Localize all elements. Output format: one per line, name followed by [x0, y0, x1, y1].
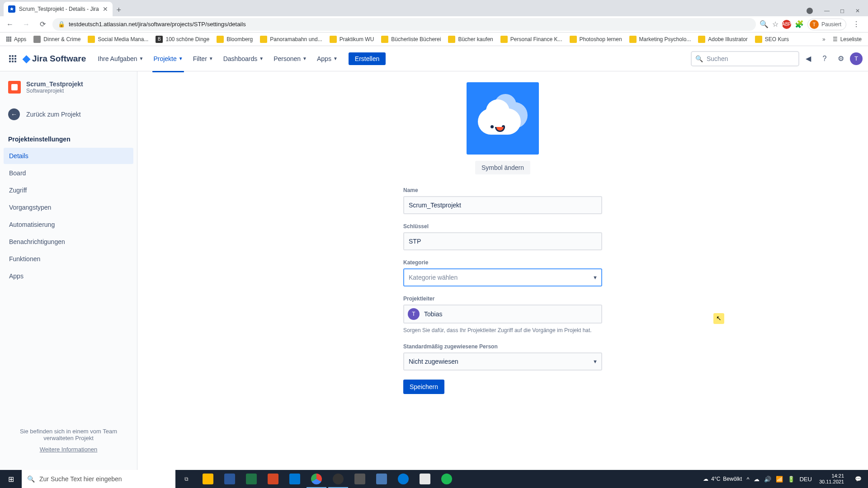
taskbar-app-generic[interactable]: [371, 470, 392, 488]
address-bar[interactable]: 🔒 testdeutsch1.atlassian.net/jira/softwa…: [52, 18, 756, 31]
tray-chevron-icon[interactable]: ^: [746, 476, 749, 483]
clock-time: 14:21: [819, 473, 844, 479]
bookmark-item[interactable]: Adobe Illustrator: [695, 34, 750, 45]
taskbar-app-spotify[interactable]: [436, 470, 458, 488]
tray-wifi-icon[interactable]: 📶: [776, 476, 783, 483]
tray-battery-icon[interactable]: 🔋: [788, 476, 795, 483]
bookmark-item[interactable]: Marketing Psycholo...: [627, 34, 694, 45]
bookmark-item[interactable]: Social Media Mana...: [85, 34, 151, 45]
app-switcher-icon: [9, 55, 16, 62]
lead-select[interactable]: T Tobias: [403, 305, 602, 324]
sidebar-item-board[interactable]: Board: [4, 165, 133, 181]
sidebar-item-notifications[interactable]: Benachrichtigungen: [4, 234, 133, 250]
nav-projects[interactable]: Projekte▼: [150, 52, 186, 65]
notifications-icon[interactable]: ◀: [801, 52, 816, 66]
jira-favicon: [8, 5, 15, 13]
zoom-icon[interactable]: 🔍: [760, 20, 769, 28]
bookmark-item[interactable]: B100 schöne Dinge: [153, 34, 212, 45]
assignee-select[interactable]: Nicht zugewiesen: [403, 352, 602, 371]
profile-status: Pausiert: [821, 21, 841, 28]
bookmark-item[interactable]: Photoshop lernen: [567, 34, 625, 45]
tab-close-icon[interactable]: ✕: [103, 5, 108, 13]
back-to-project-link[interactable]: ← Zurück zum Projekt: [4, 104, 133, 125]
save-button[interactable]: Speichern: [403, 380, 444, 394]
jira-logo[interactable]: ◆ Jira Software: [23, 53, 86, 65]
lead-label: Projektleiter: [403, 296, 602, 302]
reading-list-button[interactable]: ☰Leseliste: [830, 34, 864, 44]
bookmark-star-icon[interactable]: ☆: [772, 20, 778, 28]
bookmark-item[interactable]: Bücher kaufen: [445, 34, 495, 45]
nav-reload-button[interactable]: ⟳: [36, 18, 49, 31]
bookmark-item[interactable]: Panoramabahn und...: [257, 34, 325, 45]
sidebar-item-automation[interactable]: Automatisierung: [4, 216, 133, 233]
bookmark-overflow-icon[interactable]: »: [820, 36, 828, 42]
taskbar-app-word[interactable]: [219, 470, 241, 488]
search-icon: 🔍: [695, 55, 703, 62]
nav-apps[interactable]: Apps▼: [313, 52, 341, 65]
taskbar-app-chrome[interactable]: [306, 470, 327, 488]
taskbar-app-obs[interactable]: [327, 470, 349, 488]
sidebar: Scrum_Testprojekt Softwareprojekt ← Zurü…: [0, 71, 137, 470]
category-select[interactable]: Kategorie wählen: [403, 268, 602, 286]
task-view-button[interactable]: ⧉: [175, 470, 197, 488]
cloud-icon: [478, 102, 528, 135]
help-icon[interactable]: ?: [817, 52, 832, 66]
browser-tab[interactable]: Scrum_Testprojekt - Details - Jira ✕: [4, 2, 113, 16]
windows-taskbar: ⊞ 🔍 Zur Suche Text hier eingeben ⧉ ☁ 4°C…: [0, 470, 868, 488]
clock-date: 30.11.2021: [819, 479, 844, 485]
project-header[interactable]: Scrum_Testprojekt Softwareprojekt: [4, 80, 133, 102]
bookmark-item[interactable]: Personal Finance K...: [498, 34, 565, 45]
bookmark-item[interactable]: Bloomberg: [214, 34, 255, 45]
taskbar-app-mail[interactable]: [284, 470, 306, 488]
taskbar-app-generic[interactable]: [349, 470, 371, 488]
settings-icon[interactable]: ⚙: [834, 52, 848, 66]
bookmark-item[interactable]: Dinner & Crime: [31, 34, 83, 45]
window-minimize-button[interactable]: —: [820, 5, 834, 16]
abp-extension-icon[interactable]: ABP: [782, 20, 791, 29]
new-tab-button[interactable]: +: [113, 4, 125, 16]
tray-volume-icon[interactable]: 🔊: [764, 476, 771, 483]
sidebar-item-details[interactable]: Details: [4, 148, 133, 164]
key-input[interactable]: [403, 232, 602, 250]
tray-language[interactable]: DEU: [799, 476, 811, 483]
nav-people[interactable]: Personen▼: [270, 52, 311, 65]
profile-indicator-icon[interactable]: [807, 8, 813, 14]
taskbar-app-explorer[interactable]: [197, 470, 219, 488]
create-button[interactable]: Erstellen: [349, 52, 386, 65]
window-maximize-button[interactable]: ◻: [835, 5, 849, 16]
profile-chip[interactable]: T Pausiert: [807, 19, 846, 30]
search-input[interactable]: 🔍 Suchen: [691, 51, 799, 66]
nav-forward-button[interactable]: →: [20, 18, 33, 31]
name-input[interactable]: [403, 196, 602, 214]
window-close-button[interactable]: ✕: [851, 5, 864, 16]
change-icon-button[interactable]: Symbol ändern: [475, 161, 530, 174]
sidebar-item-apps[interactable]: Apps: [4, 268, 133, 284]
sidebar-footer-link[interactable]: Weitere Informationen: [13, 446, 124, 453]
taskbar-app-excel[interactable]: [241, 470, 262, 488]
bookmark-item[interactable]: Bücherliste Bücherei: [378, 34, 443, 45]
sidebar-item-access[interactable]: Zugriff: [4, 182, 133, 198]
action-center-icon[interactable]: 💬: [851, 476, 865, 482]
sidebar-item-features[interactable]: Funktionen: [4, 251, 133, 267]
weather-widget[interactable]: ☁ 4°C Bewölkt: [703, 476, 742, 482]
taskbar-clock[interactable]: 14:21 30.11.2021: [816, 473, 847, 485]
taskbar-search[interactable]: 🔍 Zur Suche Text hier eingeben: [22, 470, 175, 488]
taskbar-app-edge[interactable]: [392, 470, 414, 488]
lead-help-text: Sorgen Sie dafür, dass Ihr Projektleiter…: [403, 326, 602, 334]
browser-menu-icon[interactable]: ⋮: [850, 20, 863, 28]
user-avatar[interactable]: T: [850, 52, 863, 65]
sidebar-item-issuetypes[interactable]: Vorgangstypen: [4, 199, 133, 216]
nav-back-button[interactable]: ←: [4, 18, 16, 31]
bookmark-item[interactable]: SEO Kurs: [752, 34, 792, 45]
tray-onedrive-icon[interactable]: ☁: [754, 476, 760, 483]
nav-dashboards[interactable]: Dashboards▼: [220, 52, 267, 65]
nav-your-work[interactable]: Ihre Aufgaben▼: [94, 52, 147, 65]
extensions-icon[interactable]: 🧩: [795, 20, 804, 28]
start-button[interactable]: ⊞: [0, 470, 22, 488]
taskbar-app-powerpoint[interactable]: [262, 470, 284, 488]
apps-shortcut[interactable]: Apps: [4, 34, 29, 44]
taskbar-app-notepad[interactable]: [414, 470, 436, 488]
app-switcher-button[interactable]: [5, 52, 20, 66]
bookmark-item[interactable]: Praktikum WU: [327, 34, 377, 45]
nav-filters[interactable]: Filter▼: [189, 52, 217, 65]
